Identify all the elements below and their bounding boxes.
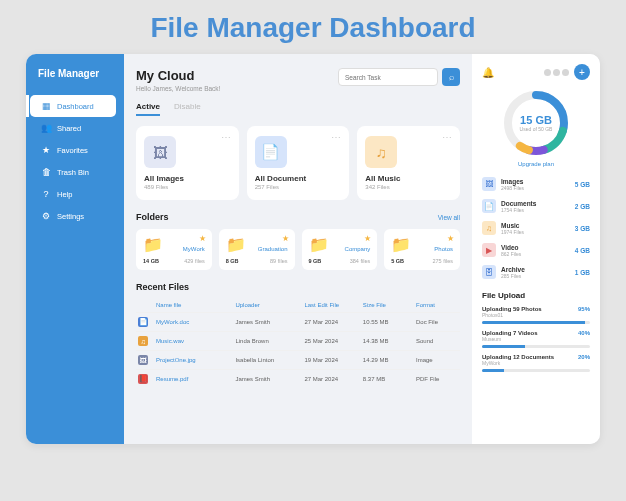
archive-icon: 🗄 <box>482 265 496 279</box>
trash bin-icon: 🗑 <box>41 167 51 177</box>
file-uploader: Linda Brown <box>235 338 298 344</box>
upload-sub: Photos01 <box>482 312 542 318</box>
dashboard-icon: ▦ <box>41 101 51 111</box>
folder-card[interactable]: ★ 📁 Company 9 GB384 files <box>302 229 378 270</box>
page-subtitle: Hello James, Welcome Back! <box>136 85 220 92</box>
file-date: 27 Mar 2024 <box>304 319 356 325</box>
nav-item-settings[interactable]: ⚙Settings <box>34 205 116 227</box>
sidebar: File Manager ▦Dashboard👥Shared★Favorites… <box>26 54 124 444</box>
storage-stat[interactable]: ▶ Video862 Files 4 GB <box>482 241 590 259</box>
storage-used: 15 GB <box>520 114 552 126</box>
table-row[interactable]: 📕 Resume.pdf James Smith 27 Mar 2024 8.3… <box>136 369 460 388</box>
bell-icon[interactable]: 🔔 <box>482 67 494 78</box>
more-icon[interactable]: ⋯ <box>331 132 341 143</box>
upload-percent: 95% <box>578 306 590 318</box>
file-name: MyWork.doc <box>156 319 229 325</box>
table-row[interactable]: ♫ Music.wav Linda Brown 25 Mar 2024 14.3… <box>136 331 460 350</box>
storage-caption: Used of 50 GB <box>520 126 553 132</box>
upload-sub: MyWork <box>482 360 554 366</box>
upgrade-link[interactable]: Upgrade plan <box>518 161 554 167</box>
table-row[interactable]: 📄 MyWork.doc James Smith 27 Mar 2024 10.… <box>136 312 460 331</box>
plus-icon: + <box>579 67 585 78</box>
file-type-icon: ♫ <box>138 336 148 346</box>
table-row[interactable]: 🖼 ProjectOne.jpg Isabella Linton 19 Mar … <box>136 350 460 369</box>
folder-size: 8 GB <box>226 258 239 264</box>
upload-sub: Museum <box>482 336 538 342</box>
nav-item-trash-bin[interactable]: 🗑Trash Bin <box>34 161 116 183</box>
images-icon: 🖼 <box>482 177 496 191</box>
folder-count: 429 files <box>184 258 205 264</box>
more-icon[interactable]: ⋯ <box>442 132 452 143</box>
star-icon[interactable]: ★ <box>364 234 371 243</box>
category-card[interactable]: ⋯ ♫ All Music 342 Files <box>357 126 460 200</box>
star-icon[interactable]: ★ <box>199 234 206 243</box>
storage-stat[interactable]: 🗄 Archive285 Files 1 GB <box>482 263 590 281</box>
category-icon: ♫ <box>365 136 397 168</box>
star-icon[interactable]: ★ <box>282 234 289 243</box>
upload-percent: 20% <box>578 354 590 366</box>
col-size: Size File <box>363 302 410 308</box>
file-name: Music.wav <box>156 338 229 344</box>
col-name: Name file <box>156 302 229 308</box>
right-panel: 🔔 + 15 GB Used of 50 GB Up <box>472 54 600 444</box>
stat-count: 1754 Files <box>501 207 570 213</box>
upload-item: Uploading 59 PhotosPhotos0195% <box>482 306 590 324</box>
nav-list: ▦Dashboard👥Shared★Favorites🗑Trash Bin?He… <box>34 95 116 227</box>
file-uploader: Isabella Linton <box>235 357 298 363</box>
file-uploader: James Smith <box>235 319 298 325</box>
search-button[interactable]: ⌕ <box>442 68 460 86</box>
nav-label: Trash Bin <box>57 168 89 177</box>
file-type-icon: 🖼 <box>138 355 148 365</box>
search-icon: ⌕ <box>449 72 454 82</box>
nav-label: Settings <box>57 212 84 221</box>
progress-bar <box>482 369 590 372</box>
storage-breakdown: 🖼 Images2498 Files 5 GB📄 Documents1754 F… <box>482 175 590 281</box>
category-count: 342 Files <box>365 184 452 190</box>
stat-name: Archive <box>501 266 570 273</box>
storage-stat[interactable]: 🖼 Images2498 Files 5 GB <box>482 175 590 193</box>
stat-size: 3 GB <box>575 225 590 232</box>
more-icon[interactable]: ⋯ <box>221 132 231 143</box>
storage-stat[interactable]: ♫ Music1974 Files 3 GB <box>482 219 590 237</box>
folder-size: 5 GB <box>391 258 404 264</box>
nav-item-favorites[interactable]: ★Favorites <box>34 139 116 161</box>
category-count: 489 Files <box>144 184 231 190</box>
folder-count: 89 files <box>270 258 287 264</box>
file-type-icon: 📕 <box>138 374 148 384</box>
folder-card[interactable]: ★ 📁 Graduation 8 GB89 files <box>219 229 295 270</box>
file-type-icon: 📄 <box>138 317 148 327</box>
file-size: 14.29 MB <box>363 357 410 363</box>
table-header: Name file Uploader Last Edit File Size F… <box>136 298 460 312</box>
folder-size: 14 GB <box>143 258 159 264</box>
file-size: 8.37 MB <box>363 376 410 382</box>
storage-donut: 15 GB Used of 50 GB <box>501 88 571 158</box>
search-input[interactable] <box>338 68 438 86</box>
video-icon: ▶ <box>482 243 496 257</box>
folder-card[interactable]: ★ 📁 MyWork 14 GB429 files <box>136 229 212 270</box>
star-icon[interactable]: ★ <box>447 234 454 243</box>
folders-grid: ★ 📁 MyWork 14 GB429 files★ 📁 Graduation … <box>136 229 460 270</box>
stat-count: 285 Files <box>501 273 570 279</box>
view-all-link[interactable]: View all <box>438 214 460 221</box>
tab-active[interactable]: Active <box>136 102 160 116</box>
folders-title: Folders <box>136 212 169 222</box>
file-format: Image <box>416 357 458 363</box>
settings-icon: ⚙ <box>41 211 51 221</box>
avatar-group[interactable] <box>544 69 569 76</box>
add-button[interactable]: + <box>574 64 590 80</box>
page-banner: File Manager Dashboard <box>150 12 475 44</box>
app-window: File Manager ▦Dashboard👥Shared★Favorites… <box>26 54 600 444</box>
nav-item-help[interactable]: ?Help <box>34 183 116 205</box>
category-card[interactable]: ⋯ 📄 All Document 257 Files <box>247 126 350 200</box>
folder-card[interactable]: ★ 📁 Photos 5 GB275 files <box>384 229 460 270</box>
category-card[interactable]: ⋯ 🖼 All Images 489 Files <box>136 126 239 200</box>
tab-disable[interactable]: Disable <box>174 102 201 116</box>
stat-size: 5 GB <box>575 181 590 188</box>
nav-item-shared[interactable]: 👥Shared <box>34 117 116 139</box>
nav-item-dashboard[interactable]: ▦Dashboard <box>30 95 116 117</box>
col-uploader: Uploader <box>235 302 298 308</box>
folder-count: 275 files <box>433 258 454 264</box>
file-uploader: James Smith <box>235 376 298 382</box>
storage-stat[interactable]: 📄 Documents1754 Files 2 GB <box>482 197 590 215</box>
recent-table: Name file Uploader Last Edit File Size F… <box>136 298 460 388</box>
